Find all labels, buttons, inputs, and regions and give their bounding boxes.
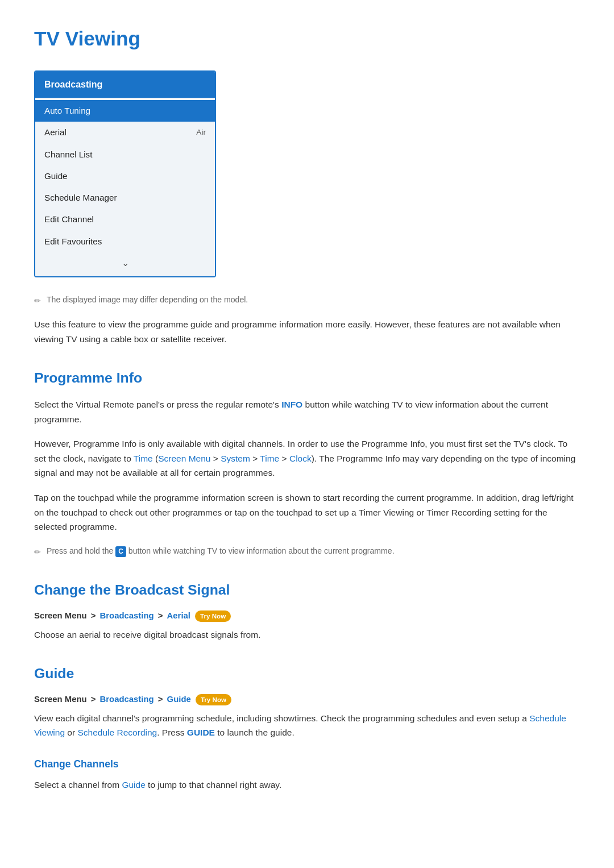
path-broadcasting-1[interactable]: Broadcasting: [100, 611, 154, 620]
menu-items-list: Auto Tuning Aerial Air Channel List Guid…: [35, 98, 215, 276]
menu-item-schedule-manager[interactable]: Schedule Manager: [35, 187, 215, 209]
pencil-icon-2: ✏: [34, 546, 41, 559]
path-screen-menu: Screen Menu: [34, 611, 87, 620]
menu-item-edit-favourites[interactable]: Edit Favourites: [35, 231, 215, 252]
pencil-icon: ✏: [34, 294, 41, 308]
broadcast-signal-path: Screen Menu > Broadcasting > Aerial Try …: [34, 609, 580, 623]
menu-item-label: Channel List: [44, 148, 92, 161]
guide-path: Screen Menu > Broadcasting > Guide Try N…: [34, 693, 580, 707]
menu-item-channel-list[interactable]: Channel List: [35, 144, 215, 165]
schedule-recording-link[interactable]: Schedule Recording: [77, 728, 157, 737]
screen-menu-link[interactable]: Screen Menu: [158, 454, 210, 463]
guide-description: View each digital channel's programming …: [34, 711, 580, 740]
change-channels-description: Select a channel from Guide to jump to t…: [34, 778, 580, 792]
path-sep-3: >: [91, 695, 98, 704]
menu-item-value: Air: [196, 126, 206, 139]
section-title-guide: Guide: [34, 662, 580, 685]
programme-info-note-text: Press and hold the C button while watchi…: [47, 545, 395, 558]
programme-info-para-1: Select the Virtual Remote panel's or pre…: [34, 397, 580, 426]
page-title: TV Viewing: [34, 23, 580, 55]
c-button: C: [115, 546, 126, 557]
path-sep-2: >: [158, 611, 165, 620]
guide-link-inline[interactable]: Guide: [122, 780, 145, 790]
section-title-broadcast-signal: Change the Broadcast Signal: [34, 579, 580, 601]
time-link-2[interactable]: Time: [260, 454, 279, 463]
programme-info-para-3: Tap on the touchpad while the programme …: [34, 491, 580, 534]
section-title-programme-info: Programme Info: [34, 367, 580, 389]
menu-item-guide[interactable]: Guide: [35, 165, 215, 187]
time-link[interactable]: Time: [134, 454, 153, 463]
path-sep-1: >: [91, 611, 98, 620]
programme-info-para-2: However, Programme Info is only availabl…: [34, 437, 580, 480]
note-text: The displayed image may differ depending…: [47, 293, 248, 306]
info-link: INFO: [281, 400, 302, 409]
path-guide[interactable]: Guide: [167, 695, 191, 704]
menu-header: Broadcasting: [35, 72, 215, 98]
image-note: ✏ The displayed image may differ dependi…: [34, 293, 580, 308]
menu-item-label: Guide: [44, 169, 68, 183]
path-sep-4: >: [158, 695, 165, 704]
programme-info-note: ✏ Press and hold the C button while watc…: [34, 545, 580, 559]
menu-scroll-down-icon[interactable]: ⌄: [35, 252, 215, 274]
guide-btn-label: GUIDE: [187, 728, 215, 737]
menu-item-label: Schedule Manager: [44, 191, 117, 205]
menu-item-label: Aerial: [44, 126, 67, 139]
intro-paragraph: Use this feature to view the programme g…: [34, 317, 580, 346]
menu-item-label: Edit Favourites: [44, 235, 102, 248]
broadcasting-menu: Broadcasting Auto Tuning Aerial Air Chan…: [34, 70, 216, 277]
menu-item-label: Auto Tuning: [44, 104, 90, 118]
path-broadcasting-2[interactable]: Broadcasting: [100, 695, 154, 704]
clock-link[interactable]: Clock: [289, 454, 312, 463]
subsection-title-change-channels: Change Channels: [34, 756, 580, 772]
menu-item-aerial[interactable]: Aerial Air: [35, 122, 215, 143]
path-aerial[interactable]: Aerial: [167, 611, 190, 620]
path-screen-menu-2: Screen Menu: [34, 695, 87, 704]
try-now-badge-2[interactable]: Try Now: [196, 694, 231, 706]
broadcast-signal-description: Choose an aerial to receive digital broa…: [34, 628, 580, 642]
system-link[interactable]: System: [221, 454, 250, 463]
try-now-badge-1[interactable]: Try Now: [195, 610, 231, 622]
menu-item-label: Edit Channel: [44, 213, 94, 226]
menu-item-edit-channel[interactable]: Edit Channel: [35, 209, 215, 230]
menu-item-auto-tuning[interactable]: Auto Tuning: [35, 100, 215, 122]
